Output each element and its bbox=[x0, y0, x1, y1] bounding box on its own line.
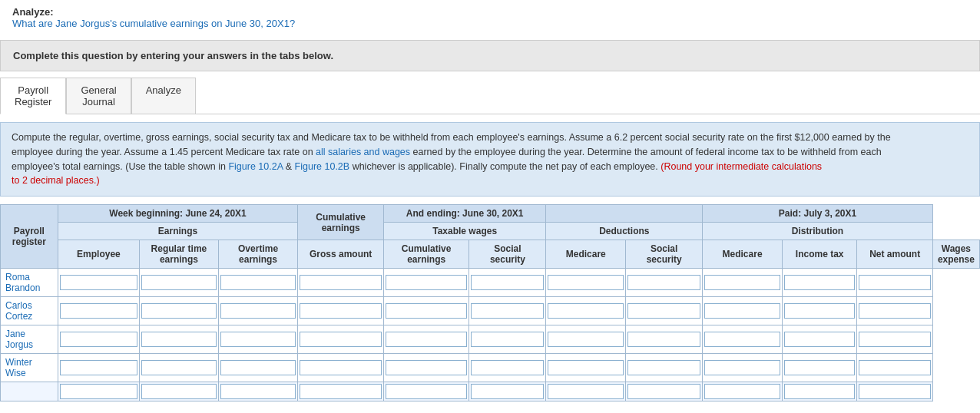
cell-cum-2[interactable] bbox=[298, 325, 383, 354]
cell-soc1-1[interactable] bbox=[383, 297, 468, 325]
totals-gross[interactable] bbox=[218, 382, 298, 401]
input-wages-1[interactable] bbox=[859, 303, 930, 319]
cell-gross-2[interactable] bbox=[218, 325, 298, 354]
input-wages-0[interactable] bbox=[859, 275, 930, 290]
totals-soc1[interactable] bbox=[383, 382, 468, 401]
input-med1-3[interactable] bbox=[471, 360, 544, 375]
input-soc1-3[interactable] bbox=[386, 360, 467, 375]
input-totals-income[interactable] bbox=[704, 384, 780, 399]
input-soc1-2[interactable] bbox=[386, 332, 467, 347]
input-net-0[interactable] bbox=[784, 275, 856, 290]
cell-soc1-3[interactable] bbox=[383, 354, 468, 382]
cell-cum-0[interactable] bbox=[298, 269, 383, 297]
input-med2-2[interactable] bbox=[627, 332, 700, 347]
cell-wages-2[interactable] bbox=[857, 325, 932, 354]
input-soc2-2[interactable] bbox=[548, 332, 624, 347]
input-gross-0[interactable] bbox=[220, 275, 296, 290]
cell-med2-1[interactable] bbox=[626, 297, 703, 325]
input-regular-1[interactable] bbox=[60, 303, 138, 319]
tab-payroll-register[interactable]: PayrollRegister bbox=[0, 78, 66, 114]
input-income-2[interactable] bbox=[704, 332, 780, 347]
input-totals-med1[interactable] bbox=[471, 384, 544, 399]
cell-net-3[interactable] bbox=[782, 354, 857, 382]
input-totals-wages[interactable] bbox=[859, 384, 930, 399]
totals-regular[interactable] bbox=[58, 382, 140, 401]
input-totals-net[interactable] bbox=[784, 384, 856, 399]
totals-soc2[interactable] bbox=[546, 382, 626, 401]
cell-regular-3[interactable] bbox=[58, 354, 140, 382]
cell-regular-2[interactable] bbox=[58, 325, 140, 354]
input-wages-3[interactable] bbox=[859, 360, 930, 375]
input-totals-soc1[interactable] bbox=[386, 384, 467, 399]
cell-overtime-3[interactable] bbox=[140, 354, 218, 382]
input-income-0[interactable] bbox=[704, 275, 780, 290]
cell-net-1[interactable] bbox=[782, 297, 857, 325]
cell-regular-1[interactable] bbox=[58, 297, 140, 325]
cell-med2-0[interactable] bbox=[626, 269, 703, 297]
tab-analyze[interactable]: Analyze bbox=[131, 78, 196, 114]
tab-general-journal[interactable]: GeneralJournal bbox=[66, 78, 131, 114]
cell-med1-1[interactable] bbox=[469, 297, 546, 325]
cell-gross-3[interactable] bbox=[218, 354, 298, 382]
cell-income-0[interactable] bbox=[703, 269, 783, 297]
totals-cum[interactable] bbox=[298, 382, 383, 401]
input-gross-1[interactable] bbox=[220, 303, 296, 319]
cell-soc2-1[interactable] bbox=[546, 297, 626, 325]
input-net-1[interactable] bbox=[784, 303, 856, 319]
input-totals-gross[interactable] bbox=[220, 384, 296, 399]
cell-income-3[interactable] bbox=[703, 354, 783, 382]
input-soc1-0[interactable] bbox=[386, 275, 467, 290]
totals-wages[interactable] bbox=[857, 382, 932, 401]
input-med1-2[interactable] bbox=[471, 332, 544, 347]
input-totals-med2[interactable] bbox=[627, 384, 700, 399]
input-overtime-2[interactable] bbox=[141, 332, 216, 347]
input-soc1-1[interactable] bbox=[386, 303, 467, 319]
input-soc2-3[interactable] bbox=[548, 360, 624, 375]
cell-med1-0[interactable] bbox=[469, 269, 546, 297]
totals-income[interactable] bbox=[703, 382, 783, 401]
input-soc2-0[interactable] bbox=[548, 275, 624, 290]
totals-net[interactable] bbox=[782, 382, 857, 401]
totals-med1[interactable] bbox=[469, 382, 546, 401]
input-med2-0[interactable] bbox=[627, 275, 700, 290]
input-med2-3[interactable] bbox=[627, 360, 700, 375]
cell-med1-2[interactable] bbox=[469, 325, 546, 354]
cell-overtime-2[interactable] bbox=[140, 325, 218, 354]
input-totals-cum[interactable] bbox=[300, 384, 381, 399]
input-totals-regular[interactable] bbox=[60, 384, 138, 399]
input-overtime-0[interactable] bbox=[141, 275, 216, 290]
cell-med2-3[interactable] bbox=[626, 354, 703, 382]
cell-income-1[interactable] bbox=[703, 297, 783, 325]
input-med1-1[interactable] bbox=[471, 303, 544, 319]
cell-soc1-2[interactable] bbox=[383, 325, 468, 354]
input-med2-1[interactable] bbox=[627, 303, 700, 319]
cell-wages-1[interactable] bbox=[857, 297, 932, 325]
input-cum-2[interactable] bbox=[300, 332, 381, 347]
input-income-3[interactable] bbox=[704, 360, 780, 375]
input-overtime-3[interactable] bbox=[141, 360, 216, 375]
input-gross-3[interactable] bbox=[220, 360, 296, 375]
input-cum-0[interactable] bbox=[300, 275, 381, 290]
cell-med1-3[interactable] bbox=[469, 354, 546, 382]
totals-med2[interactable] bbox=[626, 382, 703, 401]
cell-regular-0[interactable] bbox=[58, 269, 140, 297]
input-net-2[interactable] bbox=[784, 332, 856, 347]
cell-med2-2[interactable] bbox=[626, 325, 703, 354]
cell-soc2-0[interactable] bbox=[546, 269, 626, 297]
input-net-3[interactable] bbox=[784, 360, 856, 375]
totals-overtime[interactable] bbox=[140, 382, 218, 401]
input-overtime-1[interactable] bbox=[141, 303, 216, 319]
input-totals-overtime[interactable] bbox=[141, 384, 216, 399]
input-cum-3[interactable] bbox=[300, 360, 381, 375]
cell-gross-1[interactable] bbox=[218, 297, 298, 325]
cell-net-2[interactable] bbox=[782, 325, 857, 354]
cell-wages-0[interactable] bbox=[857, 269, 932, 297]
cell-income-2[interactable] bbox=[703, 325, 783, 354]
cell-gross-0[interactable] bbox=[218, 269, 298, 297]
cell-soc1-0[interactable] bbox=[383, 269, 468, 297]
input-regular-2[interactable] bbox=[60, 332, 138, 347]
input-income-1[interactable] bbox=[704, 303, 780, 319]
cell-overtime-1[interactable] bbox=[140, 297, 218, 325]
cell-soc2-2[interactable] bbox=[546, 325, 626, 354]
input-soc2-1[interactable] bbox=[548, 303, 624, 319]
